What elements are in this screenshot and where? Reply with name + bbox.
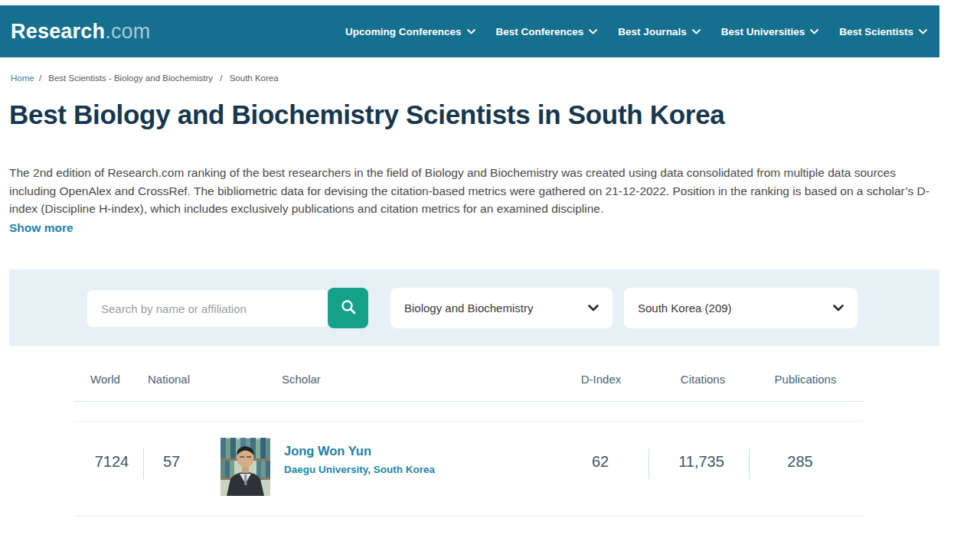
chevron-down-icon [588,305,599,311]
breadcrumb-location: South Korea [230,73,279,83]
column-header-publications: Publications [775,373,837,386]
filter-band: Biology and Biochemistry South Korea (20… [9,269,939,346]
nav-label: Upcoming Conferences [345,26,462,37]
citations-value: 11,735 [678,453,724,471]
top-navigation-bar: Research.com Upcoming Conferences Best C… [0,5,939,57]
research-com-logo[interactable]: Research.com [11,20,151,44]
column-header-scholar: Scholar [282,373,321,386]
search-button[interactable] [328,288,368,328]
magnifier-icon [340,298,357,318]
scholar-affiliation: Daegu University, South Korea [284,464,435,475]
nav-label: Best Conferences [496,26,584,37]
breadcrumb-section: Best Scientists - Biology and Biochemist… [48,73,213,83]
country-selected-value: South Korea (209) [638,302,833,315]
column-header-citations: Citations [681,373,725,386]
cell-divider [143,448,144,479]
breadcrumb: Home / Best Scientists - Biology and Bio… [11,73,281,83]
main-nav: Upcoming Conferences Best Conferences Be… [345,26,927,37]
discipline-selected-value: Biology and Biochemistry [404,302,588,315]
nav-best-journals[interactable]: Best Journals [618,26,700,37]
row-top-divider [74,421,864,422]
scholar-photo[interactable] [220,438,270,496]
nav-best-conferences[interactable]: Best Conferences [496,26,598,37]
nav-label: Best Scientists [839,26,913,37]
page-title: Best Biology and Biochemistry Scientists… [9,99,725,130]
d-index-value: 62 [592,453,609,471]
nav-label: Best Journals [618,26,686,37]
page: Research.com Upcoming Conferences Best C… [0,0,980,551]
breadcrumb-separator: / [220,73,222,83]
chevron-down-icon [467,29,475,34]
country-dropdown[interactable]: South Korea (209) [624,288,858,328]
column-header-world: World [90,373,120,386]
intro-paragraph: The 2nd edition of Research.com ranking … [9,166,929,215]
scholar-name-link[interactable]: Jong Won Yun [284,444,371,458]
column-header-d-index: D-Index [581,373,622,386]
discipline-dropdown[interactable]: Biology and Biochemistry [390,288,612,328]
publications-value: 285 [787,453,812,471]
national-rank-value: 57 [163,453,180,471]
cell-divider [749,448,750,479]
logo-text-tld: .com [105,20,150,43]
breadcrumb-home-link[interactable]: Home [11,73,34,83]
header-divider [74,401,864,402]
row-bottom-divider [74,516,864,517]
logo-text-main: Research [11,20,105,43]
chevron-down-icon [810,29,818,34]
breadcrumb-separator: / [39,73,41,83]
world-rank-value: 7124 [95,453,129,471]
column-header-national: National [148,373,190,386]
show-more-link[interactable]: Show more [9,219,74,237]
chevron-down-icon [589,29,597,34]
search-input[interactable] [87,290,328,327]
intro-block: The 2nd edition of Research.com ranking … [9,164,936,236]
chevron-down-icon [692,29,701,34]
cell-divider [648,448,649,479]
nav-best-scientists[interactable]: Best Scientists [839,26,927,37]
nav-label: Best Universities [721,26,805,37]
nav-upcoming-conferences[interactable]: Upcoming Conferences [345,26,475,37]
nav-best-universities[interactable]: Best Universities [721,26,819,37]
chevron-down-icon [833,305,844,311]
chevron-down-icon [919,29,927,34]
